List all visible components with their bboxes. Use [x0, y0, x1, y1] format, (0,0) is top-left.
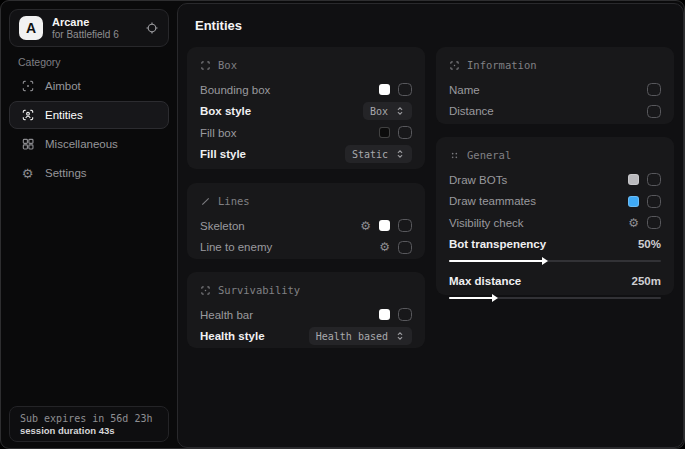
- sidebar: A Arcane for Battlefield 6 Category Aimb…: [1, 1, 177, 448]
- bounding-box-checkbox[interactable]: [398, 83, 412, 96]
- miscellaneous-grid-icon: [20, 137, 35, 151]
- chevron-updown-icon: [395, 331, 405, 341]
- chevron-updown-icon: [395, 106, 405, 116]
- setting-label: Name: [449, 84, 480, 96]
- panel-box: Box Bounding box Box style Box Fill box: [187, 47, 425, 169]
- panel-title: Lines: [218, 195, 250, 207]
- setting-row-distance: Distance: [449, 101, 661, 123]
- setting-row-bounding-box: Bounding box: [200, 79, 412, 101]
- panel-title: Information: [467, 59, 537, 71]
- session-duration-text: session duration 43s: [20, 425, 158, 436]
- app-card: A Arcane for Battlefield 6: [9, 9, 169, 47]
- setting-row-max-distance: Max distance 250m: [449, 272, 661, 303]
- setting-label: Draw BOTs: [449, 174, 507, 186]
- setting-label: Box style: [200, 105, 251, 117]
- draw-teammates-checkbox[interactable]: [647, 195, 661, 208]
- sidebar-item-label: Miscellaneous: [45, 138, 118, 150]
- box-corners-icon: [200, 60, 211, 71]
- survivability-icon: [200, 285, 211, 296]
- slider-thumb[interactable]: [542, 257, 548, 265]
- fill-style-dropdown[interactable]: Static: [345, 145, 412, 163]
- setting-row-health-bar: Health bar: [200, 304, 412, 326]
- skeleton-checkbox[interactable]: [398, 219, 412, 232]
- slider-thumb[interactable]: [492, 294, 498, 302]
- setting-label: Bot transpenency: [449, 238, 546, 250]
- panel-lines: Lines Skeleton ⚙ Line to enemy ⚙: [187, 183, 425, 259]
- sidebar-item-settings[interactable]: ⚙ Settings: [9, 159, 169, 187]
- bounding-box-color-swatch[interactable]: [379, 84, 390, 95]
- line-to-enemy-checkbox[interactable]: [398, 241, 412, 254]
- entities-person-scan-icon: [20, 108, 35, 122]
- slider-fill: [449, 260, 544, 262]
- setting-row-name: Name: [449, 79, 661, 101]
- setting-row-bot-transparency: Bot transpenency 50%: [449, 235, 661, 266]
- sidebar-item-label: Entities: [45, 109, 83, 121]
- setting-label: Distance: [449, 105, 494, 117]
- setting-row-box-style: Box style Box: [200, 101, 412, 123]
- health-bar-color-swatch[interactable]: [379, 309, 390, 320]
- dropdown-value: Static: [352, 149, 388, 160]
- skeleton-color-swatch[interactable]: [379, 220, 390, 231]
- chevron-updown-icon: [395, 149, 405, 159]
- max-distance-value: 250m: [632, 275, 661, 287]
- setting-label: Fill style: [200, 148, 246, 160]
- sidebar-item-entities[interactable]: Entities: [9, 101, 169, 129]
- setting-label: Health style: [200, 330, 265, 342]
- visibility-check-settings-gear-icon[interactable]: ⚙: [628, 217, 639, 229]
- line-to-enemy-settings-gear-icon[interactable]: ⚙: [379, 241, 390, 253]
- setting-label: Draw teammates: [449, 195, 536, 207]
- draw-teammates-color-swatch[interactable]: [628, 196, 639, 207]
- visibility-check-checkbox[interactable]: [647, 216, 661, 229]
- dropdown-value: Health based: [316, 331, 388, 342]
- arcane-window: A Arcane for Battlefield 6 Category Aimb…: [0, 0, 685, 449]
- draw-bots-checkbox[interactable]: [647, 173, 661, 186]
- fill-box-checkbox[interactable]: [398, 126, 412, 139]
- setting-row-draw-bots: Draw BOTs: [449, 169, 661, 191]
- setting-row-line-to-enemy: Line to enemy ⚙: [200, 237, 412, 259]
- fill-box-color-swatch[interactable]: [379, 127, 390, 138]
- setting-row-visibility-check: Visibility check ⚙: [449, 212, 661, 234]
- setting-label: Max distance: [449, 275, 521, 287]
- panel-title: Survivability: [218, 284, 300, 296]
- setting-row-draw-teammates: Draw teammates: [449, 191, 661, 213]
- subscription-card: Sub expires in 56d 23h session duration …: [9, 406, 169, 442]
- setting-label: Line to enemy: [200, 241, 272, 253]
- sidebar-item-label: Aimbot: [45, 80, 81, 92]
- setting-label: Health bar: [200, 309, 253, 321]
- health-bar-checkbox[interactable]: [398, 308, 412, 321]
- setting-row-fill-style: Fill style Static: [200, 144, 412, 166]
- panel-title: Box: [218, 59, 237, 71]
- general-grid-icon: [449, 150, 460, 161]
- draw-bots-color-swatch[interactable]: [628, 174, 639, 185]
- sidebar-item-label: Settings: [45, 167, 87, 179]
- panel-information: Information Name Distance: [436, 47, 674, 124]
- bot-transparency-value: 50%: [638, 238, 661, 250]
- panel-title: General: [467, 149, 511, 161]
- name-checkbox[interactable]: [647, 83, 661, 96]
- slider-fill: [449, 297, 494, 299]
- diagonal-line-icon: [200, 196, 211, 207]
- settings-gear-icon: ⚙: [20, 166, 35, 181]
- crosshair-icon[interactable]: [145, 21, 159, 35]
- setting-label: Skeleton: [200, 220, 245, 232]
- setting-label: Fill box: [200, 127, 236, 139]
- information-icon: [449, 60, 460, 71]
- setting-label: Visibility check: [449, 217, 524, 229]
- sidebar-item-aimbot[interactable]: Aimbot: [9, 72, 169, 100]
- bot-transparency-slider[interactable]: [449, 256, 661, 266]
- setting-row-health-style: Health style Health based: [200, 326, 412, 348]
- setting-row-fill-box: Fill box: [200, 122, 412, 144]
- category-label: Category: [18, 56, 61, 68]
- setting-label: Bounding box: [200, 84, 270, 96]
- app-logo: A: [19, 16, 43, 40]
- health-style-dropdown[interactable]: Health based: [309, 327, 412, 345]
- skeleton-settings-gear-icon[interactable]: ⚙: [360, 220, 371, 232]
- sidebar-item-miscellaneous[interactable]: Miscellaneous: [9, 130, 169, 158]
- max-distance-slider[interactable]: [449, 293, 661, 303]
- dropdown-value: Box: [370, 106, 388, 117]
- panel-general: General Draw BOTs Draw teammates Visibil…: [436, 137, 674, 295]
- distance-checkbox[interactable]: [647, 105, 661, 118]
- box-style-dropdown[interactable]: Box: [363, 102, 412, 120]
- panel-survivability: Survivability Health bar Health style He…: [187, 272, 425, 348]
- setting-row-skeleton: Skeleton ⚙: [200, 215, 412, 237]
